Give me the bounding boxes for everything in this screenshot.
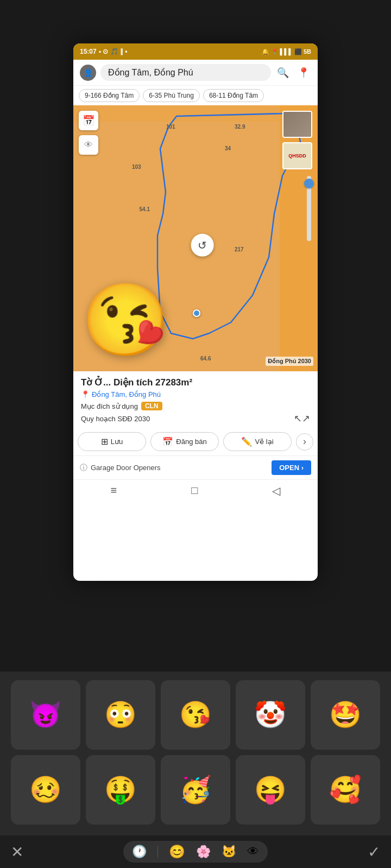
- phone-frame: 15:07 ▪ ⊙ 🎵 ∥ • 🔔 📍 ▌▌▌ ⬛ 5B 👤 Đồng Tâm,…: [73, 43, 318, 581]
- time-display: 15:07: [80, 48, 97, 55]
- save-button[interactable]: ⊞ Lưu: [78, 432, 146, 451]
- map-label-646: 64.6: [200, 356, 211, 362]
- emoji-eyes[interactable]: 😳: [86, 680, 155, 750]
- more-button[interactable]: ›: [296, 433, 313, 451]
- nav-home-button[interactable]: □: [191, 484, 198, 497]
- emoji-picker: 😈 😳 😘 🤡 🤩 🥴 🤑 🥳 😝 🥰: [0, 671, 391, 835]
- post-icon: 📅: [162, 436, 173, 447]
- ad-info-icon: ⓘ: [80, 463, 87, 473]
- chip-3[interactable]: 68-11 Đồng Tâm: [203, 89, 264, 102]
- emoji-tab-animals[interactable]: 🐱: [222, 845, 236, 859]
- save-label: Lưu: [111, 438, 123, 446]
- redraw-icon: ✏️: [241, 436, 252, 447]
- post-label: Đăng bán: [176, 438, 206, 446]
- emoji-picker-bar: ✕ 🕐 😊 🌸 🐱 👁 ✓: [0, 835, 391, 868]
- search-bar: 👤 Đồng Tâm, Đồng Phú 🔍 📍: [73, 60, 318, 86]
- ad-open-button[interactable]: OPEN ›: [272, 460, 311, 475]
- ad-text: Garage Door Openers: [91, 464, 161, 472]
- emoji-tab-nature[interactable]: 🌸: [196, 845, 211, 859]
- zoom-handle[interactable]: [304, 179, 314, 188]
- ad-banner: ⓘ Garage Door Openers OPEN ›: [73, 455, 318, 479]
- cln-badge: CLN: [141, 402, 162, 410]
- qhsdd-label: QHSDD: [288, 153, 306, 159]
- emoji-woozy[interactable]: 🥴: [11, 755, 80, 825]
- emoji-smiling-hearts[interactable]: 🥰: [311, 755, 380, 825]
- emoji-partying[interactable]: 🥳: [161, 755, 230, 825]
- quy-hoach-row: Quy hoạch SĐĐ 2030 ↖↗: [81, 413, 310, 425]
- location-link[interactable]: Đồng Tâm, Đồng Phú: [92, 390, 161, 398]
- chip-1[interactable]: 9-166 Đồng Tâm: [79, 89, 140, 102]
- search-icons: 🔍 📍: [275, 65, 311, 80]
- avatar[interactable]: 👤: [80, 65, 96, 81]
- map-label-541: 54.1: [140, 206, 150, 212]
- nav-back-button[interactable]: ◁: [272, 484, 280, 497]
- search-icon[interactable]: 🔍: [275, 65, 291, 80]
- emoji-grid: 😈 😳 😘 🤡 🤩 🥴 🤑 🥳 😝 🥰: [11, 680, 380, 825]
- emoji-tab-recent[interactable]: 🕐: [132, 845, 147, 859]
- save-icon: ⊞: [101, 436, 108, 447]
- post-button[interactable]: 📅 Đăng bán: [150, 432, 219, 451]
- signal-icon: ▌▌▌: [280, 48, 293, 55]
- address-chips: 9-166 Đồng Tâm 6-35 Phú Trung 68-11 Đồng…: [73, 86, 318, 105]
- emoji-squinting[interactable]: 😝: [236, 755, 305, 825]
- location-add-icon[interactable]: 📍: [296, 65, 311, 80]
- map-label-34: 34: [225, 145, 231, 151]
- bell-icon: 🔔: [262, 48, 269, 55]
- map-thumbnail-photo[interactable]: [282, 111, 312, 138]
- resize-icon: ↖↗: [294, 413, 310, 425]
- calendar-button[interactable]: 📅: [79, 111, 98, 130]
- search-input[interactable]: Đồng Tâm, Đồng Phú: [100, 64, 271, 81]
- redraw-label: Vẽ lại: [255, 438, 273, 446]
- emoji-moneymouth[interactable]: 🤑: [86, 755, 155, 825]
- emoji-kiss-selected[interactable]: 😘: [161, 680, 230, 750]
- map-label-217: 217: [235, 246, 244, 252]
- to-prefix: Tờ Ở...: [81, 377, 113, 388]
- emoji-close-button[interactable]: ✕: [11, 843, 23, 861]
- emoji-starstruck[interactable]: 🤩: [311, 680, 380, 750]
- muc-dich-row: Mục đích sử dụng CLN: [81, 402, 310, 410]
- location-icon-status: 📍: [271, 48, 279, 55]
- location-pin-icon: 📍: [81, 390, 90, 398]
- dongphu-2030-label: Đồng Phú 2030: [266, 357, 313, 366]
- nav-menu-button[interactable]: ≡: [111, 484, 117, 497]
- chip-2[interactable]: 6-35 Phú Trung: [143, 89, 200, 102]
- map-area[interactable]: 📅 👁 QHSDD ↺ 101 32.9 34 103 217 54.1 64.…: [73, 105, 318, 371]
- battery-icon: ⬛: [294, 48, 302, 55]
- status-bar: 15:07 ▪ ⊙ 🎵 ∥ • 🔔 📍 ▌▌▌ ⬛ 5B: [73, 43, 318, 60]
- map-label-103: 103: [132, 164, 141, 170]
- ad-info: ⓘ Garage Door Openers: [80, 463, 161, 473]
- muc-dich-label: Mục đích sử dụng: [81, 402, 138, 410]
- quy-hoach-label: Quy hoạch SĐĐ 2030: [81, 415, 150, 423]
- emoji-tab-symbols[interactable]: 👁: [247, 845, 259, 859]
- nav-bar: ≡ □ ◁: [73, 479, 318, 501]
- emoji-tab-faces[interactable]: 😊: [169, 844, 185, 859]
- notification-icons: ▪ ⊙ 🎵 ∥ •: [99, 48, 128, 55]
- kissing-emoji: 😘: [81, 284, 169, 355]
- rotate-button[interactable]: ↺: [191, 234, 214, 257]
- info-panel: Tờ Ở... Diện tích 27283m² 📍 Đồng Tâm, Đồ…: [73, 371, 318, 429]
- emoji-clown[interactable]: 🤡: [236, 680, 305, 750]
- avatar-icon: 👤: [84, 68, 93, 77]
- status-time: 15:07 ▪ ⊙ 🎵 ∥ •: [80, 48, 128, 55]
- action-buttons: ⊞ Lưu 📅 Đăng bán ✏️ Vẽ lại ›: [73, 429, 318, 455]
- redraw-button[interactable]: ✏️ Vẽ lại: [223, 432, 292, 451]
- location-dot: [193, 309, 200, 317]
- battery-label: 5B: [304, 48, 311, 55]
- map-thumbnail-qhsdd[interactable]: QHSDD: [282, 142, 312, 169]
- map-label-329: 32.9: [235, 124, 245, 130]
- status-right: 🔔 📍 ▌▌▌ ⬛ 5B: [262, 48, 311, 55]
- emoji-confirm-button[interactable]: ✓: [368, 843, 380, 861]
- zoom-slider[interactable]: [307, 176, 311, 241]
- info-title: Tờ Ở... Diện tích 27283m²: [81, 377, 310, 388]
- search-query-text: Đồng Tâm, Đồng Phú: [108, 68, 193, 77]
- emoji-tab-bar: 🕐 😊 🌸 🐱 👁: [123, 841, 268, 863]
- area-text: Diện tích 27283m²: [113, 377, 192, 388]
- info-location: 📍 Đồng Tâm, Đồng Phú: [81, 390, 310, 398]
- map-label-101: 101: [166, 124, 175, 130]
- eye-button[interactable]: 👁: [79, 135, 98, 155]
- emoji-devil[interactable]: 😈: [11, 680, 80, 750]
- ad-open-label: OPEN ›: [279, 464, 304, 472]
- tab-separator: [157, 846, 158, 858]
